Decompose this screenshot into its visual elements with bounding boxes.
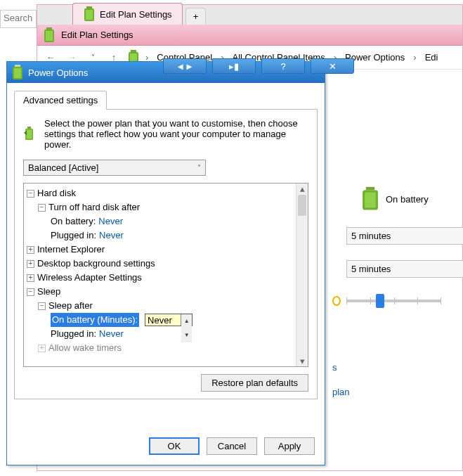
power-icon	[11, 65, 24, 80]
brightness-low-icon	[332, 296, 341, 306]
help-button[interactable]: ?	[261, 58, 305, 74]
close-button[interactable]: ✕	[311, 58, 354, 74]
scroll-thumb[interactable]	[298, 195, 306, 216]
svg-rect-15	[27, 127, 31, 129]
dialog-intro-text: Select the power plan that you want to c…	[44, 118, 308, 150]
display-timeout-select[interactable]: 5 minutes	[346, 260, 463, 278]
expand-icon[interactable]: +	[27, 274, 34, 282]
svg-rect-6	[131, 50, 136, 52]
apply-button[interactable]: Apply	[264, 437, 315, 455]
expand-icon[interactable]: +	[27, 260, 34, 268]
tree-scrollbar[interactable]: ▴ ▾	[296, 184, 308, 366]
power-plan-select[interactable]: Balanced [Active] ˅	[23, 160, 206, 176]
breadcrumb[interactable]: Edi	[422, 51, 441, 64]
tree-wireless-adapter[interactable]: Wireless Adapter Settings	[37, 271, 142, 285]
brightness-slider[interactable]	[346, 300, 441, 302]
tree-hdd-plugged-label: Plugged in:	[51, 229, 96, 243]
svg-rect-5	[46, 31, 53, 41]
tree-internet-explorer[interactable]: Internet Explorer	[37, 243, 105, 257]
tree-allow-wake-timers[interactable]: Allow wake timers	[48, 341, 122, 355]
link-advanced-settings[interactable]: s	[332, 362, 441, 373]
sleep-on-battery-input[interactable]	[145, 314, 181, 326]
tree-sleep[interactable]: Sleep	[37, 285, 60, 299]
collapse-icon[interactable]: −	[38, 204, 46, 212]
search-placeholder: Search	[4, 13, 32, 23]
collapse-icon[interactable]: −	[38, 302, 46, 310]
power-options-dialog: Power Options ◄► ▸▮ ? ✕ Advanced setting…	[6, 61, 325, 465]
browser-tabstrip: Edit Plan Settings +	[37, 5, 462, 25]
browser-tab-active[interactable]: Edit Plan Settings	[72, 3, 183, 25]
help-icon: ?	[280, 61, 285, 72]
select-value: 5 minutes	[351, 231, 391, 241]
expand-icon[interactable]: +	[38, 345, 46, 352]
tree-sleep-plugged-value[interactable]: Never	[99, 327, 124, 341]
tree-sleep-on-battery-label[interactable]: On battery (Minutes):	[51, 313, 139, 327]
power-icon	[43, 27, 56, 43]
scroll-up-icon[interactable]: ▴	[296, 184, 308, 194]
sleep-on-battery-spinner[interactable]: ▲▼	[145, 314, 193, 326]
tree-sleep-plugged-label: Plugged in:	[51, 327, 96, 341]
tree-hard-disk[interactable]: Hard disk	[37, 186, 76, 200]
close-icon: ✕	[329, 61, 337, 72]
browser-tab-new[interactable]: +	[185, 8, 207, 25]
svg-rect-9	[366, 187, 374, 191]
toolbar-btn-1[interactable]: ◄►	[163, 58, 207, 74]
select-value: 5 minutes	[351, 264, 391, 274]
tree-sleep-after[interactable]: Sleep after	[48, 299, 93, 313]
chevron-right-icon: ›	[413, 52, 416, 63]
toolbar-btn-2[interactable]: ▸▮	[212, 58, 256, 74]
power-plan-icon	[23, 118, 37, 149]
collapse-icon[interactable]: −	[27, 288, 34, 296]
tab-panel: Select the power plan that you want to c…	[14, 109, 318, 399]
pin-icon: ▸▮	[229, 61, 239, 72]
plan-select-value: Balanced [Active]	[28, 162, 98, 173]
tree-hdd-on-battery-value[interactable]: Never	[98, 214, 123, 229]
resize-icon: ◄►	[176, 61, 194, 72]
column-on-battery: On battery	[360, 186, 441, 212]
plus-icon: +	[193, 11, 199, 22]
bg-titlebar: Edit Plan Settings	[37, 25, 462, 46]
column-label: On battery	[386, 194, 429, 205]
slider-thumb[interactable]	[376, 294, 384, 308]
sleep-timeout-select[interactable]: 5 minutes	[346, 227, 463, 245]
browser-tab-title: Edit Plan Settings	[100, 9, 172, 20]
cancel-button[interactable]: Cancel	[207, 437, 257, 455]
svg-rect-2	[86, 10, 93, 20]
dialog-titlebar[interactable]: Power Options ◄► ▸▮ ? ✕	[7, 62, 325, 83]
tree-hdd-on-battery-label: On battery:	[51, 214, 96, 229]
tab-advanced-settings[interactable]: Advanced settings	[14, 91, 107, 110]
svg-rect-11	[365, 193, 376, 208]
tree-desktop-background[interactable]: Desktop background settings	[37, 257, 155, 271]
tree-turn-off-hdd[interactable]: Turn off hard disk after	[48, 200, 140, 214]
spin-down-icon[interactable]: ▼	[181, 328, 192, 342]
scroll-down-icon[interactable]: ▾	[296, 356, 308, 366]
svg-rect-17	[27, 129, 32, 139]
svg-rect-0	[86, 6, 92, 8]
expand-icon[interactable]: +	[27, 246, 34, 254]
restore-defaults-button[interactable]: Restore plan defaults	[201, 374, 308, 392]
battery-icon	[360, 186, 380, 212]
power-icon	[83, 6, 96, 22]
link-restore-defaults[interactable]: plan	[332, 387, 441, 397]
settings-tree: −Hard disk −Turn off hard disk after On …	[23, 183, 308, 367]
chevron-down-icon: ˅	[91, 53, 95, 61]
svg-rect-14	[14, 68, 21, 78]
search-box-fragment[interactable]: Search	[0, 10, 37, 28]
tree-hdd-plugged-value[interactable]: Never	[99, 229, 124, 243]
ok-button[interactable]: OK	[149, 437, 200, 455]
collapse-icon[interactable]: −	[27, 190, 34, 198]
dialog-button-row: OK Cancel Apply	[7, 427, 325, 465]
spin-up-icon[interactable]: ▲	[181, 314, 192, 328]
svg-rect-12	[15, 65, 20, 67]
svg-rect-3	[46, 27, 52, 30]
chevron-down-icon: ˅	[197, 164, 201, 172]
bg-window-title: Edit Plan Settings	[61, 30, 133, 40]
